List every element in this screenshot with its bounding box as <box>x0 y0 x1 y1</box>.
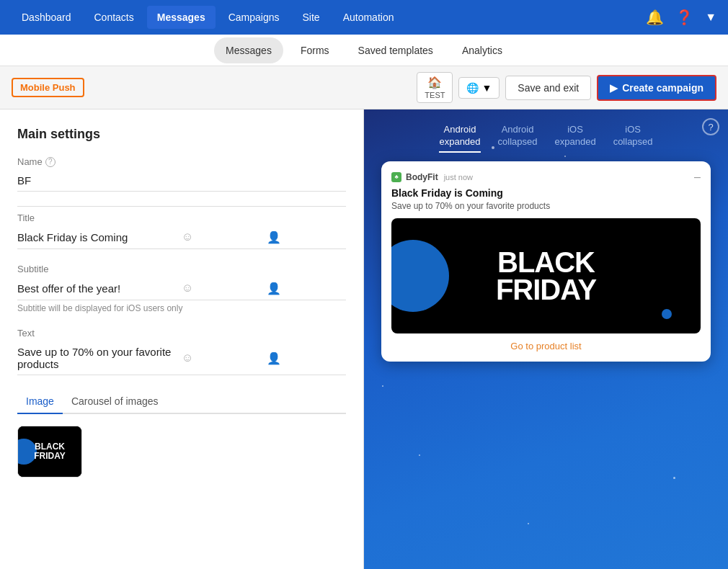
title-label: Title <box>17 212 35 223</box>
subtitle-hint: Subtitle will be displayed for iOS users… <box>17 303 346 313</box>
nav-item-site[interactable]: Site <box>293 6 330 29</box>
nav-item-campaigns[interactable]: Campaigns <box>218 6 290 29</box>
save-exit-button[interactable]: Save and exit <box>505 76 591 100</box>
test-label: TEST <box>425 91 445 99</box>
section-title: Main settings <box>17 127 346 142</box>
title-value[interactable]: Black Friday is Coming ☺ 👤 <box>17 226 346 249</box>
nav-item-automation[interactable]: Automation <box>333 6 404 29</box>
preview-tab-ios-expanded[interactable]: iOSexpanded <box>555 124 596 153</box>
subnav-analytics[interactable]: Analytics <box>450 37 514 63</box>
notif-collapse-icon[interactable]: – <box>694 171 701 183</box>
nav-item-dashboard[interactable]: Dashboard <box>12 6 81 29</box>
subtitle-person-icon[interactable]: 👤 <box>267 282 346 295</box>
account-arrow-icon[interactable]: ▼ <box>705 11 716 24</box>
text-emoji-icon[interactable]: ☺ <box>182 351 261 365</box>
globe-language-button[interactable]: 🌐 ▼ <box>458 77 500 99</box>
test-house-icon: 🏠 <box>427 76 442 89</box>
name-field-group: Name ? BF <box>17 156 346 192</box>
notif-title: Black Friday is Coming <box>391 187 701 199</box>
title-field-group: Title Black Friday is Coming ☺ 👤 <box>17 212 346 249</box>
main-content: Main settings Name ? BF Title Black Frid… <box>0 109 728 569</box>
title-emoji-icon[interactable]: ☺ <box>182 230 261 244</box>
preview-tabs: Androidexpanded Androidcollapsed iOSexpa… <box>364 109 728 161</box>
notif-subtitle: Save up to 70% on your favorite products <box>391 201 701 211</box>
name-label: Name <box>17 156 43 167</box>
notification-card: ♣ BodyFit just now – Black Friday is Com… <box>381 161 711 362</box>
preview-tab-android-collapsed[interactable]: Androidcollapsed <box>498 124 538 153</box>
notif-header: ♣ BodyFit just now – <box>391 171 701 183</box>
globe-icon: 🌐 <box>466 82 479 94</box>
title-person-icon[interactable]: 👤 <box>267 230 346 244</box>
toolbar: Mobile Push 🏠 TEST 🌐 ▼ Save and exit ▶ C… <box>0 66 728 109</box>
tab-carousel[interactable]: Carousel of images <box>63 390 167 413</box>
thumb-text: BLACKFRIDAY <box>34 442 66 461</box>
subtitle-emoji-icon[interactable]: ☺ <box>182 282 261 295</box>
notif-text-line2: FRIDAY <box>496 274 596 305</box>
subtitle-value[interactable]: Best offer of the year! ☺ 👤 <box>17 277 346 300</box>
preview-tab-ios-collapsed[interactable]: iOScollapsed <box>613 124 653 153</box>
image-thumbnail[interactable]: BLACKFRIDAY <box>17 426 82 478</box>
image-tabs: Image Carousel of images <box>17 390 346 414</box>
notif-dot-accent <box>662 309 672 319</box>
text-label: Text <box>17 328 35 339</box>
right-panel: ? Androidexpanded Androidcollapsed iOSex… <box>364 109 728 569</box>
nav-item-messages[interactable]: Messages <box>147 6 216 29</box>
subnav-forms[interactable]: Forms <box>289 37 341 63</box>
text-value[interactable]: Save up to 70% on your favorite products… <box>17 341 346 375</box>
notif-link[interactable]: Go to product list <box>391 341 701 351</box>
subnav-messages[interactable]: Messages <box>214 37 283 63</box>
globe-dropdown-icon: ▼ <box>481 82 492 94</box>
left-panel: Main settings Name ? BF Title Black Frid… <box>0 109 364 569</box>
play-icon: ▶ <box>610 82 618 94</box>
test-button[interactable]: 🏠 TEST <box>417 72 453 103</box>
notif-app-icon: ♣ <box>391 172 401 182</box>
notif-image-text: BLACK FRIDAY <box>496 248 596 303</box>
top-nav: Dashboard Contacts Messages Campaigns Si… <box>0 0 728 35</box>
help-icon[interactable]: ❓ <box>675 9 693 26</box>
preview-help-icon[interactable]: ? <box>702 118 719 135</box>
notif-time: just now <box>444 173 473 182</box>
text-person-icon[interactable]: 👤 <box>267 351 346 365</box>
thumbnail-container: BLACKFRIDAY <box>17 426 346 478</box>
notifications-icon[interactable]: 🔔 <box>646 9 664 26</box>
preview-tab-android-expanded[interactable]: Androidexpanded <box>439 124 480 153</box>
create-campaign-button[interactable]: ▶ Create campaign <box>597 75 716 101</box>
tab-image[interactable]: Image <box>17 390 63 414</box>
text-field-group: Text Save up to 70% on your favorite pro… <box>17 328 346 375</box>
subtitle-field-group: Subtitle Best offer of the year! ☺ 👤 Sub… <box>17 264 346 313</box>
mobile-push-badge: Mobile Push <box>12 78 84 97</box>
notif-blue-blob <box>391 240 449 312</box>
subtitle-label: Subtitle <box>17 264 48 274</box>
create-campaign-label: Create campaign <box>622 82 703 94</box>
name-help-icon[interactable]: ? <box>45 157 56 167</box>
sub-nav: Messages Forms Saved templates Analytics <box>0 35 728 66</box>
notif-app-name: BodyFit <box>406 172 438 182</box>
notif-image: BLACK FRIDAY <box>391 218 701 333</box>
nav-item-contacts[interactable]: Contacts <box>84 6 144 29</box>
subnav-saved-templates[interactable]: Saved templates <box>347 37 445 63</box>
name-value[interactable]: BF <box>17 170 346 192</box>
